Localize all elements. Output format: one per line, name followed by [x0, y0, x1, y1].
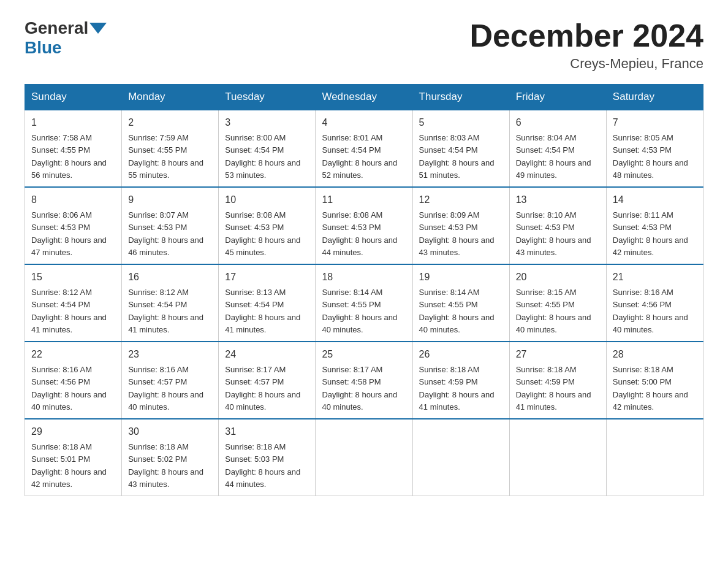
day-number: 17 [225, 270, 309, 285]
table-row: 9 Sunrise: 8:07 AMSunset: 4:53 PMDayligh… [122, 187, 219, 264]
day-number: 12 [419, 193, 503, 207]
day-info: Sunrise: 8:01 AMSunset: 4:54 PMDaylight:… [322, 133, 397, 180]
table-row: 22 Sunrise: 8:16 AMSunset: 4:56 PMDaylig… [25, 342, 122, 419]
col-tuesday: Tuesday [219, 85, 316, 110]
day-info: Sunrise: 8:08 AMSunset: 4:53 PMDaylight:… [225, 210, 300, 257]
day-info: Sunrise: 8:16 AMSunset: 4:57 PMDaylight:… [128, 365, 203, 412]
day-number: 29 [31, 424, 115, 439]
table-row: 31 Sunrise: 8:18 AMSunset: 5:03 PMDaylig… [219, 419, 316, 496]
table-row: 10 Sunrise: 8:08 AMSunset: 4:53 PMDaylig… [219, 187, 316, 264]
col-sunday: Sunday [25, 85, 122, 110]
day-number: 14 [613, 193, 697, 207]
day-info: Sunrise: 8:18 AMSunset: 5:02 PMDaylight:… [128, 442, 203, 489]
table-row: 4 Sunrise: 8:01 AMSunset: 4:54 PMDayligh… [316, 110, 412, 187]
table-row: 28 Sunrise: 8:18 AMSunset: 5:00 PMDaylig… [606, 342, 703, 419]
day-number: 16 [128, 270, 212, 285]
day-number: 9 [128, 193, 212, 207]
day-number: 22 [31, 347, 115, 362]
day-number: 10 [225, 193, 309, 207]
day-info: Sunrise: 8:05 AMSunset: 4:53 PMDaylight:… [613, 133, 688, 180]
day-number: 27 [516, 347, 600, 362]
logo-general-text: General [25, 18, 88, 38]
day-info: Sunrise: 8:09 AMSunset: 4:53 PMDaylight:… [419, 210, 495, 257]
day-number: 19 [419, 270, 503, 285]
day-number: 25 [322, 347, 406, 362]
table-row [412, 419, 509, 496]
table-row: 13 Sunrise: 8:10 AMSunset: 4:53 PMDaylig… [509, 187, 606, 264]
day-info: Sunrise: 8:18 AMSunset: 4:59 PMDaylight:… [419, 365, 495, 412]
col-monday: Monday [122, 85, 219, 110]
day-number: 24 [225, 347, 309, 362]
day-number: 31 [225, 424, 309, 439]
table-row: 2 Sunrise: 7:59 AMSunset: 4:55 PMDayligh… [122, 110, 219, 187]
day-info: Sunrise: 8:14 AMSunset: 4:55 PMDaylight:… [322, 288, 397, 334]
day-info: Sunrise: 8:11 AMSunset: 4:53 PMDaylight:… [613, 210, 688, 257]
table-row: 11 Sunrise: 8:08 AMSunset: 4:53 PMDaylig… [316, 187, 412, 264]
table-row: 26 Sunrise: 8:18 AMSunset: 4:59 PMDaylig… [412, 342, 509, 419]
table-row: 16 Sunrise: 8:12 AMSunset: 4:54 PMDaylig… [122, 264, 219, 342]
table-row: 7 Sunrise: 8:05 AMSunset: 4:53 PMDayligh… [606, 110, 703, 187]
day-info: Sunrise: 8:07 AMSunset: 4:53 PMDaylight:… [128, 210, 203, 257]
day-info: Sunrise: 8:12 AMSunset: 4:54 PMDaylight:… [128, 288, 203, 334]
table-row: 20 Sunrise: 8:15 AMSunset: 4:55 PMDaylig… [509, 264, 606, 342]
day-number: 6 [516, 115, 600, 130]
col-friday: Friday [509, 85, 606, 110]
table-row: 8 Sunrise: 8:06 AMSunset: 4:53 PMDayligh… [25, 187, 122, 264]
calendar-week-row: 22 Sunrise: 8:16 AMSunset: 4:56 PMDaylig… [25, 342, 703, 419]
day-info: Sunrise: 8:14 AMSunset: 4:55 PMDaylight:… [419, 288, 495, 334]
calendar-week-row: 1 Sunrise: 7:58 AMSunset: 4:55 PMDayligh… [25, 110, 703, 187]
day-info: Sunrise: 7:59 AMSunset: 4:55 PMDaylight:… [128, 133, 203, 180]
day-info: Sunrise: 8:06 AMSunset: 4:53 PMDaylight:… [31, 210, 107, 257]
day-info: Sunrise: 8:10 AMSunset: 4:53 PMDaylight:… [516, 210, 591, 257]
day-info: Sunrise: 8:18 AMSunset: 4:59 PMDaylight:… [516, 365, 591, 412]
day-number: 20 [516, 270, 600, 285]
day-number: 5 [419, 115, 503, 130]
table-row: 24 Sunrise: 8:17 AMSunset: 4:57 PMDaylig… [219, 342, 316, 419]
calendar-week-row: 8 Sunrise: 8:06 AMSunset: 4:53 PMDayligh… [25, 187, 703, 264]
day-number: 15 [31, 270, 115, 285]
day-info: Sunrise: 8:15 AMSunset: 4:55 PMDaylight:… [516, 288, 591, 334]
day-info: Sunrise: 8:03 AMSunset: 4:54 PMDaylight:… [419, 133, 495, 180]
day-number: 3 [225, 115, 309, 130]
calendar-header-row: Sunday Monday Tuesday Wednesday Thursday… [25, 85, 703, 110]
day-number: 8 [31, 193, 115, 207]
day-number: 4 [322, 115, 406, 130]
col-wednesday: Wednesday [316, 85, 412, 110]
day-info: Sunrise: 8:18 AMSunset: 5:03 PMDaylight:… [225, 442, 300, 489]
day-info: Sunrise: 8:17 AMSunset: 4:58 PMDaylight:… [322, 365, 397, 412]
day-info: Sunrise: 8:18 AMSunset: 5:01 PMDaylight:… [31, 442, 107, 489]
calendar-week-row: 29 Sunrise: 8:18 AMSunset: 5:01 PMDaylig… [25, 419, 703, 496]
day-info: Sunrise: 8:12 AMSunset: 4:54 PMDaylight:… [31, 288, 107, 334]
col-thursday: Thursday [412, 85, 509, 110]
location-label: Creys-Mepieu, France [469, 56, 703, 72]
table-row: 1 Sunrise: 7:58 AMSunset: 4:55 PMDayligh… [25, 110, 122, 187]
table-row: 6 Sunrise: 8:04 AMSunset: 4:54 PMDayligh… [509, 110, 606, 187]
day-info: Sunrise: 8:13 AMSunset: 4:54 PMDaylight:… [225, 288, 300, 334]
table-row: 17 Sunrise: 8:13 AMSunset: 4:54 PMDaylig… [219, 264, 316, 342]
page-header: General Blue December 2024 Creys-Mepieu,… [25, 18, 703, 72]
calendar-week-row: 15 Sunrise: 8:12 AMSunset: 4:54 PMDaylig… [25, 264, 703, 342]
day-info: Sunrise: 8:00 AMSunset: 4:54 PMDaylight:… [225, 133, 300, 180]
day-info: Sunrise: 8:16 AMSunset: 4:56 PMDaylight:… [613, 288, 688, 334]
day-number: 11 [322, 193, 406, 207]
month-title: December 2024 [469, 18, 703, 53]
day-info: Sunrise: 8:16 AMSunset: 4:56 PMDaylight:… [31, 365, 107, 412]
day-number: 26 [419, 347, 503, 362]
table-row: 23 Sunrise: 8:16 AMSunset: 4:57 PMDaylig… [122, 342, 219, 419]
table-row: 27 Sunrise: 8:18 AMSunset: 4:59 PMDaylig… [509, 342, 606, 419]
day-number: 23 [128, 347, 212, 362]
table-row: 18 Sunrise: 8:14 AMSunset: 4:55 PMDaylig… [316, 264, 412, 342]
day-number: 13 [516, 193, 600, 207]
title-area: December 2024 Creys-Mepieu, France [469, 18, 703, 72]
day-number: 7 [613, 115, 697, 130]
table-row: 15 Sunrise: 8:12 AMSunset: 4:54 PMDaylig… [25, 264, 122, 342]
table-row: 21 Sunrise: 8:16 AMSunset: 4:56 PMDaylig… [606, 264, 703, 342]
day-info: Sunrise: 7:58 AMSunset: 4:55 PMDaylight:… [31, 133, 107, 180]
day-number: 21 [613, 270, 697, 285]
col-saturday: Saturday [606, 85, 703, 110]
day-info: Sunrise: 8:17 AMSunset: 4:57 PMDaylight:… [225, 365, 300, 412]
logo-blue-text: Blue [25, 38, 62, 57]
table-row [606, 419, 703, 496]
day-info: Sunrise: 8:04 AMSunset: 4:54 PMDaylight:… [516, 133, 591, 180]
table-row: 14 Sunrise: 8:11 AMSunset: 4:53 PMDaylig… [606, 187, 703, 264]
